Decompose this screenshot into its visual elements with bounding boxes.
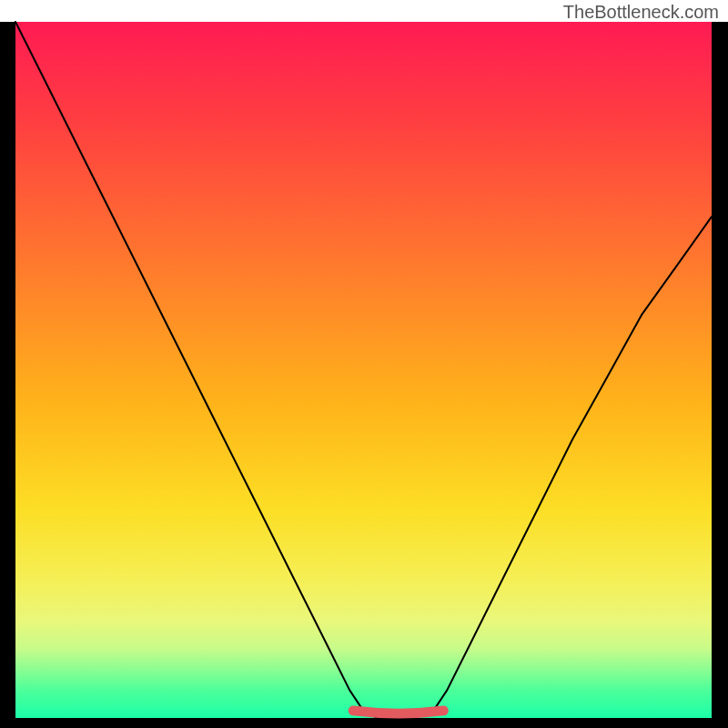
v-curve bbox=[15, 22, 712, 718]
bottom-marker-band bbox=[353, 711, 444, 713]
watermark-text: TheBottleneck.com bbox=[563, 2, 719, 23]
chart-container: TheBottleneck.com bbox=[0, 0, 728, 728]
chart-svg bbox=[0, 0, 728, 728]
